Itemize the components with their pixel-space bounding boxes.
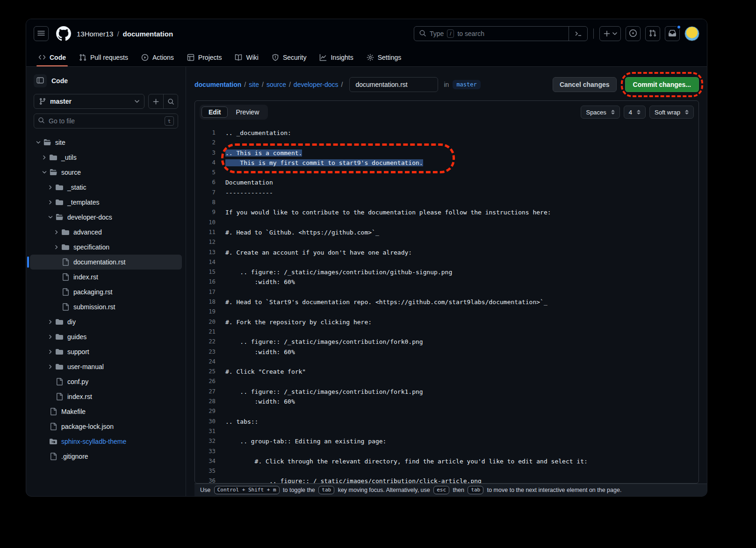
create-new-button[interactable] [599,26,621,41]
code-line-18[interactable]: 18#. Head to `Start9's documentation rep… [195,297,698,307]
github-logo-icon[interactable] [56,26,71,41]
tree-folder-_utils[interactable]: _utils [30,150,182,165]
branch-selector[interactable]: master [34,94,144,109]
tree-folder-_templates[interactable]: _templates [30,195,182,210]
tab-preview[interactable]: Preview [229,107,266,118]
code-line-22[interactable]: 22 .. figure:: /_static/images/contribut… [195,337,698,347]
tab-code[interactable]: Code [34,48,71,66]
code-line-6[interactable]: 6Documentation [195,178,698,187]
breadcrumb-segment-developer-docs[interactable]: developer-docs [294,81,338,88]
filename-input[interactable] [349,77,438,92]
code-line-3[interactable]: 3.. This is a comment. [195,148,698,158]
code-line-36[interactable]: 36 .. figure:: /_static/images/contribut… [195,476,698,483]
tree-file-.gitignore[interactable]: .gitignore [30,449,182,464]
tree-file-documentation.rst[interactable]: documentation.rst [30,255,182,270]
code-line-8[interactable]: 8 [195,198,698,207]
code-line-1[interactable]: 1.. _documentation: [195,128,698,138]
cancel-changes-button[interactable]: Cancel changes [553,77,617,92]
code-line-30[interactable]: 30.. tabs:: [195,417,698,427]
command-palette-button[interactable] [569,27,587,41]
tree-folder-site[interactable]: site [30,135,182,150]
code-line-28[interactable]: 28 :width: 60% [195,397,698,406]
global-search-input[interactable]: Type / to search [414,26,588,41]
hamburger-menu-button[interactable] [34,26,49,41]
code-line-29[interactable]: 29 [195,406,698,416]
tree-folder-specification[interactable]: specification [30,240,182,255]
search-tree-button[interactable] [163,94,178,108]
line-text: #. Fork the repository by clicking here: [216,317,698,327]
goto-file-input[interactable]: Go to file t [34,114,178,128]
tab-pull-requests[interactable]: Pull requests [74,48,133,66]
code-line-26[interactable]: 26 [195,377,698,386]
code-line-32[interactable]: 32 .. group-tab:: Editing an existing pa… [195,436,698,446]
line-text: :width: 60% [216,277,698,287]
tree-item-label: _templates [67,199,99,206]
code-line-17[interactable]: 17 [195,287,698,297]
code-line-23[interactable]: 23 :width: 60% [195,347,698,357]
tree-file-package-lock.json[interactable]: package-lock.json [30,419,182,434]
code-line-21[interactable]: 21 [195,327,698,337]
code-line-2[interactable]: 2 [195,138,698,148]
tree-folder-advanced[interactable]: advanced [30,225,182,240]
code-line-14[interactable]: 14 [195,257,698,267]
code-line-33[interactable]: 33 [195,447,698,456]
code-line-10[interactable]: 10 [195,218,698,228]
code-line-19[interactable]: 19 [195,307,698,317]
tab-projects[interactable]: Projects [182,48,227,66]
tree-folder-diy[interactable]: diy [30,314,182,329]
tree-file-Makefile[interactable]: Makefile [30,404,182,419]
tree-file-sphinx-scylladb-theme[interactable]: sphinx-scylladb-theme [30,434,182,449]
tree-folder-user-manual[interactable]: user-manual [30,359,182,374]
tree-folder-developer-docs[interactable]: developer-docs [30,210,182,225]
tab-insights[interactable]: Insights [315,48,358,66]
tree-file-index.rst[interactable]: index.rst [30,270,182,285]
repo-link[interactable]: documentation [123,30,173,38]
code-line-4[interactable]: 4 This is my first commit to start9's do… [195,158,698,168]
code-line-5[interactable]: 5 [195,168,698,178]
code-line-24[interactable]: 24 [195,357,698,367]
code-line-20[interactable]: 20#. Fork the repository by clicking her… [195,317,698,327]
indent-size-select[interactable]: 4 [624,106,646,119]
new-file-button[interactable] [149,94,163,108]
tab-wiki[interactable]: Wiki [230,48,263,66]
tree-folder-guides[interactable]: guides [30,329,182,344]
tab-edit[interactable]: Edit [202,107,228,118]
tree-folder-_static[interactable]: _static [30,180,182,195]
indent-mode-select[interactable]: Spaces [581,106,619,119]
collapse-sidebar-button[interactable] [34,74,47,87]
wrap-mode-select[interactable]: Soft wrap [649,106,694,119]
line-text: #. Head to `Start9's documentation repo.… [216,297,698,307]
issues-button[interactable] [626,26,641,41]
code-line-27[interactable]: 27 .. figure:: /_static/images/contribut… [195,387,698,397]
breadcrumb-segment-source[interactable]: source [266,81,286,88]
code-line-7[interactable]: 7------------- [195,188,698,198]
breadcrumb-segment-site[interactable]: site [249,81,259,88]
tree-folder-support[interactable]: support [30,344,182,359]
chevron-right-icon [48,199,53,205]
notifications-inbox-button[interactable] [665,26,680,41]
owner-link[interactable]: 13Homer13 [77,30,113,38]
tree-folder-source[interactable]: source [30,165,182,180]
code-line-12[interactable]: 12 [195,237,698,247]
tree-file-packaging.rst[interactable]: packaging.rst [30,285,182,299]
code-line-13[interactable]: 13#. Create an account if you don't have… [195,248,698,257]
tree-file-conf.py[interactable]: conf.py [30,374,182,389]
code-line-11[interactable]: 11#. Head to `Github. <https://github.co… [195,228,698,237]
code-line-31[interactable]: 31 [195,427,698,436]
user-avatar[interactable] [684,26,699,41]
tab-security[interactable]: Security [267,48,311,66]
tab-settings[interactable]: Settings [362,48,406,66]
code-editor-content[interactable]: 1.. _documentation:23.. This is a commen… [195,123,698,483]
code-line-16[interactable]: 16 :width: 60% [195,277,698,287]
tab-actions[interactable]: Actions [137,48,179,66]
tree-file-index.rst[interactable]: index.rst [30,389,182,404]
code-line-35[interactable]: 35 [195,466,698,476]
code-line-34[interactable]: 34 #. Click through the relevant directo… [195,456,698,466]
tree-file-submission.rst[interactable]: submission.rst [30,299,182,314]
code-line-9[interactable]: 9If you would like to contribute to the … [195,207,698,217]
code-line-15[interactable]: 15 .. figure:: /_static/images/contribut… [195,267,698,277]
pull-requests-button[interactable] [645,26,660,41]
commit-changes-button[interactable]: Commit changes... [625,77,699,92]
code-line-25[interactable]: 25#. Click "Create fork" [195,367,698,377]
breadcrumb-segment-documentation[interactable]: documentation [194,81,241,88]
